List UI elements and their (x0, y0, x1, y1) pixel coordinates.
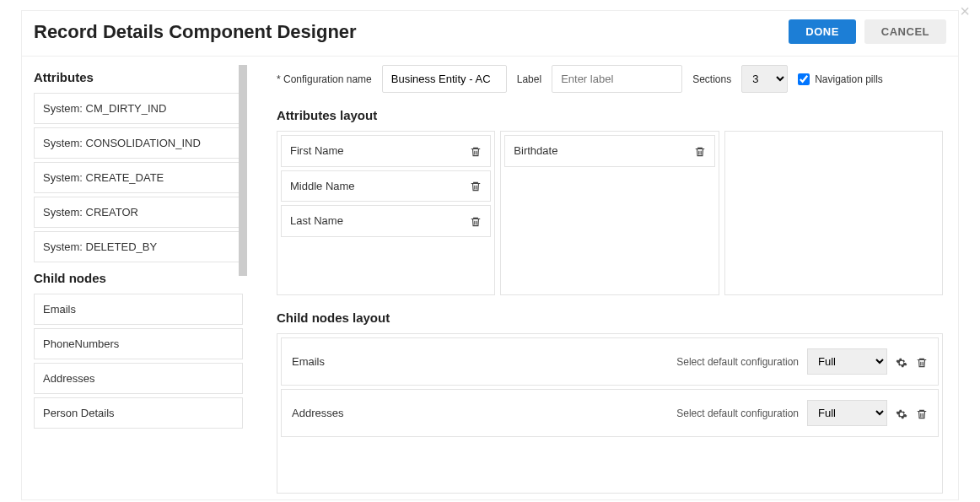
nav-pills-label: Navigation pills (815, 73, 883, 85)
nav-pills-checkbox[interactable] (798, 73, 810, 85)
trash-icon[interactable] (916, 406, 928, 420)
scrollbar-thumb[interactable] (239, 65, 247, 276)
child-nodes-layout[interactable]: Emails Select default configuration Full… (277, 333, 943, 494)
label-input[interactable] (552, 65, 682, 93)
attribute-item[interactable]: System: CREATE_DATE (34, 162, 243, 193)
attribute-slot-label: Birthdate (514, 144, 557, 157)
child-layout-heading: Child nodes layout (277, 310, 943, 325)
cancel-button[interactable]: CANCEL (864, 19, 946, 44)
scrollbar[interactable] (239, 65, 247, 276)
attribute-item[interactable]: System: CM_DIRTY_IND (34, 93, 243, 124)
dialog-header: Record Details Component Designer DONE C… (22, 11, 958, 57)
child-layout-row[interactable]: Addresses Select default configuration F… (281, 389, 939, 437)
attribute-item[interactable]: System: DELETED_BY (34, 231, 243, 262)
gear-icon[interactable] (896, 354, 907, 369)
trash-icon[interactable] (694, 144, 706, 158)
child-node-item[interactable]: Emails (34, 294, 243, 325)
attribute-slot-label: Middle Name (290, 180, 355, 192)
child-row-name: Addresses (292, 407, 668, 419)
child-row-select-label: Select default configuration (676, 408, 799, 419)
attribute-item[interactable]: System: CONSOLIDATION_IND (34, 127, 243, 159)
child-row-select-label: Select default configuration (676, 356, 799, 368)
attributes-heading: Attributes (34, 70, 243, 84)
child-nodes-heading: Child nodes (34, 271, 243, 285)
sections-select[interactable]: 3 (741, 65, 788, 93)
right-panel: Configuration name Label Sections 3 Navi… (250, 57, 958, 499)
child-row-config-select[interactable]: Full (807, 400, 887, 426)
child-layout-row[interactable]: Emails Select default configuration Full (281, 337, 939, 386)
trash-icon[interactable] (470, 214, 482, 228)
trash-icon[interactable] (916, 354, 928, 369)
trash-icon[interactable] (470, 144, 482, 158)
attribute-slot-label: First Name (290, 144, 344, 157)
child-nodes-list: Emails PhoneNumbers Addresses Person Det… (34, 294, 243, 429)
dialog: Record Details Component Designer DONE C… (21, 10, 959, 500)
gear-icon[interactable] (896, 406, 907, 420)
sections-label: Sections (692, 73, 731, 85)
attributes-layout-heading: Attributes layout (277, 108, 943, 122)
attributes-column-2[interactable]: Birthdate (500, 131, 719, 295)
child-node-item[interactable]: PhoneNumbers (34, 328, 243, 359)
attribute-slot[interactable]: Last Name (281, 205, 491, 237)
attribute-slot[interactable]: First Name (281, 135, 491, 167)
attribute-slot[interactable]: Middle Name (281, 170, 491, 202)
header-buttons: DONE CANCEL (789, 19, 946, 44)
label-label: Label (517, 73, 541, 85)
dialog-body: Attributes System: CM_DIRTY_IND System: … (22, 57, 958, 499)
attributes-layout: First Name Middle Name Last Name (277, 131, 943, 295)
config-name-input[interactable] (382, 65, 507, 93)
attributes-list: System: CM_DIRTY_IND System: CONSOLIDATI… (34, 93, 243, 262)
page-title: Record Details Component Designer (34, 21, 357, 43)
child-node-item[interactable]: Person Details (34, 397, 243, 429)
left-panel: Attributes System: CM_DIRTY_IND System: … (22, 57, 250, 499)
config-row: Configuration name Label Sections 3 Navi… (277, 65, 943, 93)
trash-icon[interactable] (470, 180, 482, 193)
child-row-name: Emails (292, 355, 668, 368)
child-row-config-select[interactable]: Full (807, 348, 887, 375)
attribute-slot-label: Last Name (290, 214, 343, 227)
attributes-column-3[interactable] (724, 131, 943, 295)
child-node-item[interactable]: Addresses (34, 363, 243, 394)
attributes-column-1[interactable]: First Name Middle Name Last Name (277, 131, 495, 295)
close-icon[interactable]: × (960, 2, 970, 21)
attribute-item[interactable]: System: CREATOR (34, 197, 243, 228)
attribute-slot[interactable]: Birthdate (504, 135, 714, 167)
done-button[interactable]: DONE (789, 19, 856, 44)
config-name-label: Configuration name (277, 73, 372, 85)
